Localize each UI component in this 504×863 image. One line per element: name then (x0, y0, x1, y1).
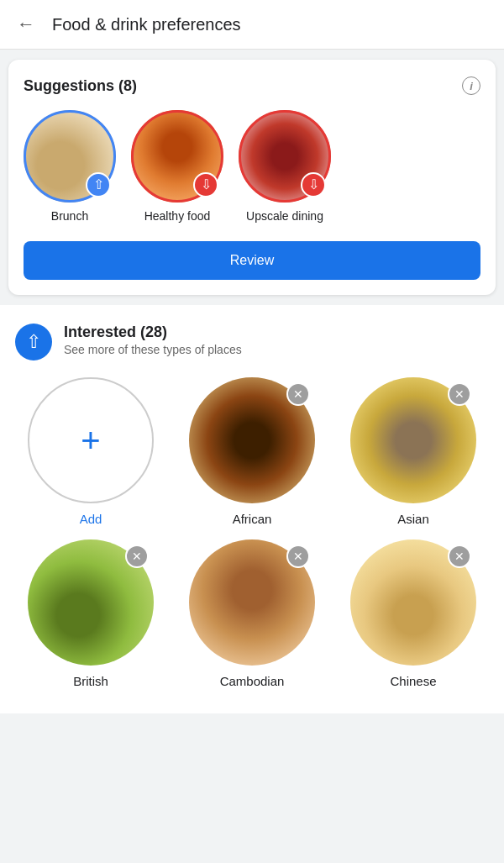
grid-label-british: British (73, 674, 108, 688)
suggestion-label-brunch: Brunch (51, 209, 88, 223)
remove-button-cambodian[interactable]: ✕ (286, 545, 310, 568)
suggestion-circle-healthy[interactable]: ⇩ (131, 110, 223, 203)
grid-label-asian: Asian (397, 512, 429, 526)
info-icon[interactable]: i (462, 76, 480, 95)
grid-circle-african: ✕ (189, 377, 315, 503)
interested-text-block: Interested (28) See more of these types … (64, 324, 242, 356)
grid-circle-british: ✕ (28, 539, 154, 666)
suggestions-header: Suggestions (8) i (24, 76, 480, 95)
grid-circle-chinese: ✕ (350, 539, 476, 666)
arrow-up-icon: ⇧ (26, 333, 41, 351)
remove-button-british[interactable]: ✕ (125, 545, 149, 568)
add-button[interactable]: + (28, 377, 154, 503)
interested-title: Interested (28) (64, 324, 242, 341)
interested-grid: + Add ✕ African ✕ Asian ✕ Br (15, 377, 489, 705)
list-item: ✕ African (176, 377, 328, 526)
review-button[interactable]: Review (24, 241, 480, 280)
interested-section: ⇧ Interested (28) See more of these type… (0, 305, 504, 713)
badge-down-healthy: ⇩ (193, 172, 218, 197)
interested-subtitle: See more of these types of places (64, 343, 242, 356)
suggestion-label-upscale: Upscale dining (246, 209, 323, 223)
add-item: + Add (15, 377, 166, 526)
suggestions-card: Suggestions (8) i ⇧ Brunch ⇩ (8, 60, 496, 295)
list-item: ⇧ Brunch (24, 110, 116, 223)
interested-header: ⇧ Interested (28) See more of these type… (15, 324, 489, 360)
list-item: ⇩ Upscale dining (239, 110, 331, 223)
grid-circle-cambodian: ✕ (189, 539, 315, 666)
grid-circle-asian: ✕ (350, 377, 476, 503)
suggestions-list: ⇧ Brunch ⇩ Healthy food ⇩ (24, 110, 480, 226)
header: ← Food & drink preferences (0, 0, 504, 50)
list-item: ⇩ Healthy food (131, 110, 223, 223)
grid-label-african: African (233, 512, 272, 526)
suggestions-title: Suggestions (8) (24, 77, 137, 95)
grid-label-cambodian: Cambodian (220, 674, 285, 688)
list-item: ✕ Cambodian (176, 539, 328, 688)
badge-up-brunch: ⇧ (86, 172, 111, 197)
suggestion-circle-brunch[interactable]: ⇧ (24, 110, 116, 203)
back-button[interactable]: ← (17, 13, 35, 35)
remove-button-asian[interactable]: ✕ (448, 382, 471, 406)
remove-button-chinese[interactable]: ✕ (448, 545, 471, 568)
suggestion-circle-upscale[interactable]: ⇩ (239, 110, 331, 203)
remove-button-african[interactable]: ✕ (286, 382, 310, 406)
page-title: Food & drink preferences (52, 15, 241, 34)
list-item: ✕ Chinese (338, 539, 489, 688)
badge-down-upscale: ⇩ (301, 172, 326, 197)
suggestion-label-healthy: Healthy food (144, 209, 211, 223)
list-item: ✕ Asian (338, 377, 489, 526)
list-item: ✕ British (15, 539, 166, 688)
interested-icon: ⇧ (15, 324, 52, 360)
grid-label-chinese: Chinese (390, 674, 436, 688)
add-label: Add (80, 512, 102, 526)
plus-icon: + (81, 424, 100, 457)
